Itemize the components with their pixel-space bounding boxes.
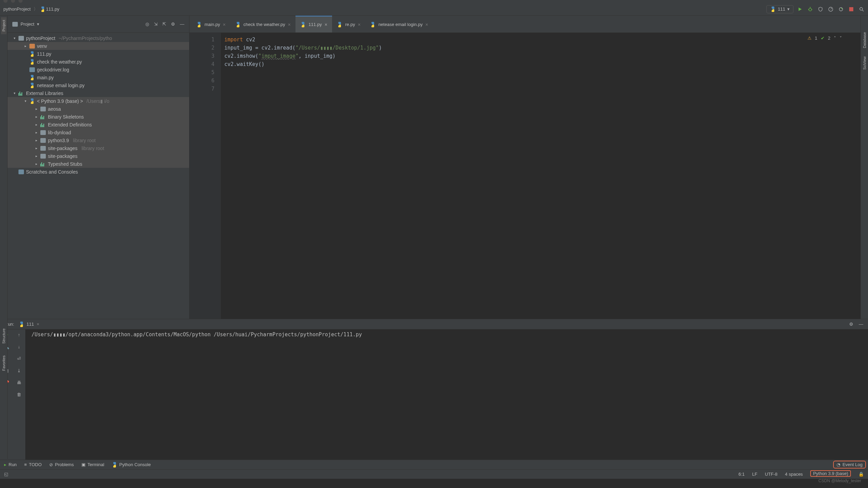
library-root-hint: library root bbox=[81, 146, 104, 151]
tree-env-child[interactable]: ▸site-packageslibrary root bbox=[8, 144, 189, 152]
chevron-down-icon[interactable]: ▾ bbox=[12, 36, 16, 40]
chevron-right-icon[interactable]: ▸ bbox=[34, 154, 38, 158]
chevron-right-icon[interactable]: ▸ bbox=[23, 44, 27, 48]
inspection-status[interactable]: ⚠1 ✔2 ˄ ˅ bbox=[807, 36, 842, 41]
profile-icon[interactable] bbox=[827, 5, 834, 13]
caret-position[interactable]: 6:1 bbox=[738, 472, 745, 477]
search-everywhere-icon[interactable] bbox=[858, 5, 865, 13]
tool-windows-icon[interactable]: ◱ bbox=[4, 472, 8, 477]
code-editor[interactable]: import cv2 input_img = cv2.imread("/User… bbox=[221, 33, 860, 319]
tree-file[interactable]: 111.py bbox=[8, 50, 189, 58]
tree-label: aeosa bbox=[48, 106, 61, 112]
soft-wrap-icon[interactable]: ⏎ bbox=[17, 356, 21, 361]
terminal-tool-button[interactable]: ▣Terminal bbox=[81, 462, 104, 467]
editor-tab[interactable]: main.py× bbox=[192, 16, 231, 32]
tree-file[interactable]: geckodriver.log bbox=[8, 66, 189, 73]
event-log-label: Event Log bbox=[842, 462, 863, 467]
collapse-all-icon[interactable]: ⇱ bbox=[162, 22, 166, 27]
tree-env-child[interactable]: ▸Extended Definitions bbox=[8, 121, 189, 128]
sciview-tab[interactable]: SciView bbox=[862, 54, 867, 72]
interpreter-selector[interactable]: Python 3.9 (base) bbox=[810, 470, 851, 477]
close-tab-icon[interactable]: × bbox=[223, 22, 226, 27]
favorites-tab[interactable]: Favorites bbox=[1, 353, 6, 374]
breadcrumb-file[interactable]: 111.py bbox=[45, 6, 60, 12]
window-maximize-icon[interactable] bbox=[18, 0, 23, 3]
chevron-down-icon[interactable]: ▾ bbox=[23, 99, 27, 103]
project-panel-title[interactable]: Project bbox=[21, 22, 34, 27]
breadcrumb-project[interactable]: pythonProject bbox=[3, 6, 31, 12]
structure-tab[interactable]: Structure bbox=[1, 326, 6, 347]
window-minimize-icon[interactable] bbox=[11, 0, 15, 3]
tree-env-child[interactable]: ▸Binary Skeletons bbox=[8, 113, 189, 121]
close-tab-icon[interactable]: × bbox=[325, 22, 327, 27]
tree-python-env[interactable]: ▾ < Python 3.9 (base) > /Users▮ i/o bbox=[8, 97, 189, 105]
chevron-down-icon[interactable]: ▾ bbox=[37, 22, 39, 27]
tree-file[interactable]: check the weather.py bbox=[8, 58, 189, 66]
tree-env-child[interactable]: ▸python3.9library root bbox=[8, 136, 189, 144]
close-tab-icon[interactable]: × bbox=[37, 322, 39, 327]
run-config-name[interactable]: 111 bbox=[26, 322, 34, 327]
svg-point-8 bbox=[860, 8, 863, 10]
chevron-right-icon[interactable]: ▸ bbox=[34, 131, 38, 134]
tree-scratches[interactable]: Scratches and Consoles bbox=[8, 168, 189, 176]
chevron-right-icon[interactable]: ▸ bbox=[34, 107, 38, 111]
hide-panel-icon[interactable]: — bbox=[180, 22, 184, 27]
window-close-icon[interactable] bbox=[3, 0, 8, 3]
scroll-end-icon[interactable]: ⤓ bbox=[17, 368, 21, 373]
run-icon[interactable] bbox=[796, 5, 804, 13]
up-icon[interactable]: ↑ bbox=[18, 332, 20, 337]
stop-icon[interactable] bbox=[847, 5, 855, 13]
file-encoding[interactable]: UTF-8 bbox=[765, 472, 777, 477]
close-tab-icon[interactable]: × bbox=[288, 22, 291, 27]
run-tool-button[interactable]: ▸Run bbox=[4, 462, 17, 467]
expand-all-icon[interactable]: ⇲ bbox=[154, 22, 158, 27]
tree-root[interactable]: ▾ pythonProject ~/PycharmProjects/pytho bbox=[8, 34, 189, 42]
close-tab-icon[interactable]: × bbox=[358, 22, 360, 27]
debug-icon[interactable] bbox=[806, 5, 814, 13]
tree-venv[interactable]: ▸ venv bbox=[8, 42, 189, 50]
print-icon[interactable]: 🖶 bbox=[17, 380, 21, 385]
editor-tab[interactable]: 111.py× bbox=[295, 16, 332, 32]
tree-env-child[interactable]: ▸Typeshed Stubs bbox=[8, 160, 189, 168]
python-console-button[interactable]: Python Console bbox=[112, 462, 151, 467]
chevron-right-icon[interactable]: ▸ bbox=[34, 115, 38, 119]
line-separator[interactable]: LF bbox=[752, 472, 757, 477]
hide-panel-icon[interactable]: — bbox=[859, 322, 863, 327]
tree-ext-lib[interactable]: ▾ External Libraries bbox=[8, 89, 189, 97]
library-root-hint: library root bbox=[73, 138, 96, 143]
editor-tab[interactable]: netease email login.py× bbox=[365, 16, 433, 32]
chevron-right-icon[interactable]: ▸ bbox=[34, 123, 38, 126]
problems-tool-button[interactable]: ⊘Problems bbox=[49, 462, 74, 467]
todo-tool-button[interactable]: ≡TODO bbox=[24, 462, 42, 467]
indent-setting[interactable]: 4 spaces bbox=[785, 472, 803, 477]
chevron-right-icon[interactable]: ▸ bbox=[34, 162, 38, 166]
panel-settings-icon[interactable]: ⚙ bbox=[171, 22, 175, 27]
trash-icon[interactable]: 🗑 bbox=[17, 392, 21, 397]
select-opened-icon[interactable]: ◎ bbox=[145, 22, 149, 27]
attach-icon[interactable] bbox=[837, 5, 845, 13]
database-tab[interactable]: Database bbox=[862, 29, 867, 51]
panel-settings-icon[interactable]: ⚙ bbox=[849, 322, 853, 327]
coverage-icon[interactable] bbox=[817, 5, 824, 13]
run-config-selector[interactable]: 111 ▾ bbox=[766, 5, 793, 13]
chevron-right-icon[interactable]: ▸ bbox=[34, 138, 38, 142]
chevron-down-icon[interactable]: ▾ bbox=[12, 91, 16, 95]
tree-env-child[interactable]: ▸site-packages bbox=[8, 152, 189, 160]
close-tab-icon[interactable]: × bbox=[425, 22, 428, 27]
project-tree[interactable]: ▾ pythonProject ~/PycharmProjects/pytho … bbox=[8, 33, 189, 319]
lock-icon[interactable]: 🔒 bbox=[858, 472, 864, 477]
tree-file[interactable]: main.py bbox=[8, 73, 189, 81]
editor-area: main.py×check the weather.py×111.py×re.p… bbox=[189, 16, 860, 319]
editor-tab[interactable]: check the weather.py× bbox=[231, 16, 295, 32]
event-log-button[interactable]: ◔Event Log bbox=[837, 462, 863, 467]
editor-tab[interactable]: re.py× bbox=[332, 16, 365, 32]
project-tab[interactable]: Project bbox=[1, 17, 6, 34]
run-output[interactable]: /Users/▮▮▮▮/opt/anaconda3/python.app/Con… bbox=[25, 329, 868, 460]
nav-bar: pythonProject 〉 111.py 111 ▾ bbox=[0, 3, 868, 16]
tree-env-child[interactable]: ▸lib-dynload bbox=[8, 128, 189, 136]
gutter[interactable]: 1234567 bbox=[189, 33, 221, 319]
tree-file[interactable]: netease email login.py bbox=[8, 81, 189, 89]
tree-env-child[interactable]: ▸aeosa bbox=[8, 105, 189, 113]
chevron-right-icon[interactable]: ▸ bbox=[34, 146, 38, 150]
down-icon[interactable]: ↓ bbox=[18, 344, 20, 349]
